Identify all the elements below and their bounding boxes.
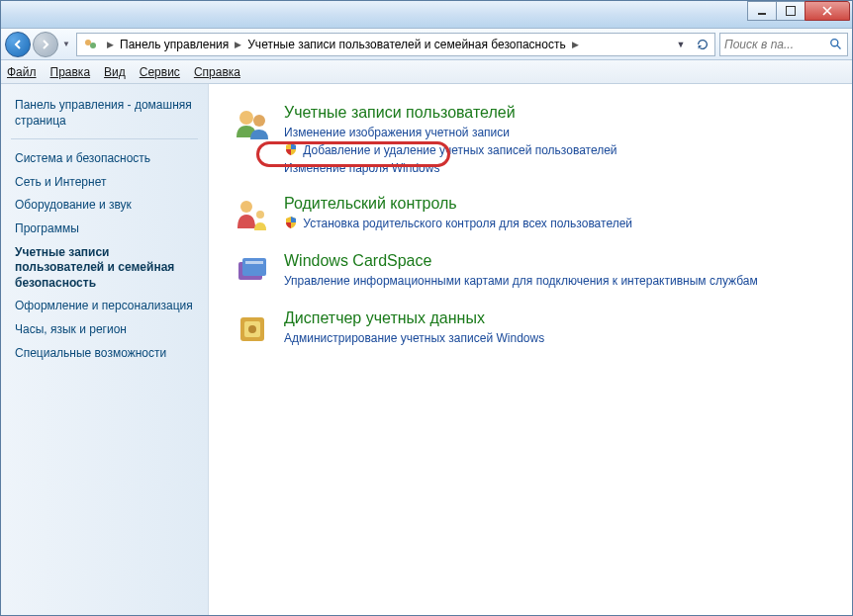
chevron-right-icon: ▶ (568, 40, 583, 49)
sidebar-link-network[interactable]: Сеть и Интернет (15, 171, 198, 195)
navbar: ▼ ▶ Панель управления ▶ Учетные записи п… (1, 29, 852, 60)
content: Панель управления - домашняя страница Си… (1, 84, 852, 615)
arrow-right-icon (40, 39, 51, 50)
cardspace-icon (233, 252, 272, 292)
address-dropdown[interactable]: ▼ (671, 35, 691, 54)
svg-point-4 (253, 115, 265, 127)
category-parental: Родительский контроль Установка родитель… (233, 195, 828, 234)
shield-icon (284, 142, 298, 156)
sidebar-link-users[interactable]: Учетные записи пользователей и семейная … (15, 241, 198, 296)
sidebar-link-system[interactable]: Система и безопасность (15, 147, 198, 171)
svg-point-6 (256, 211, 264, 219)
menu-help[interactable]: Справка (194, 65, 240, 79)
svg-rect-9 (245, 261, 263, 264)
menu-file[interactable]: Файл (7, 65, 37, 79)
divider (11, 138, 198, 139)
maximize-button[interactable] (776, 1, 806, 21)
category-title[interactable]: Диспетчер учетных данных (284, 309, 828, 327)
svg-rect-8 (242, 258, 266, 276)
close-button[interactable] (805, 1, 850, 21)
refresh-button[interactable] (693, 35, 712, 54)
arrow-left-icon (12, 39, 24, 50)
category-cardspace: Windows CardSpace Управление информацион… (233, 252, 828, 292)
sidebar-home-link[interactable]: Панель управления - домашняя страница (15, 98, 198, 129)
svg-point-2 (831, 39, 838, 45)
chevron-right-icon: ▶ (231, 40, 245, 49)
link-add-remove-accounts[interactable]: Добавление и удаление учетных записей по… (303, 141, 616, 159)
main-panel: Учетные записи пользователей Изменение и… (209, 84, 852, 615)
menu-tools[interactable]: Сервис (140, 65, 180, 79)
titlebar (1, 1, 852, 29)
svg-point-12 (248, 325, 256, 333)
svg-point-5 (240, 201, 252, 213)
refresh-icon (696, 38, 710, 51)
window-controls (748, 1, 850, 21)
menubar: Файл Правка Вид Сервис Справка (1, 60, 852, 84)
category-user-accounts: Учетные записи пользователей Изменение и… (233, 104, 828, 177)
user-accounts-icon (233, 104, 272, 143)
svg-point-1 (90, 43, 96, 48)
close-icon (822, 6, 832, 16)
search-icon (829, 37, 843, 52)
link-change-picture[interactable]: Изменение изображения учетной записи (284, 124, 510, 141)
location-icon (83, 37, 99, 52)
sidebar: Панель управления - домашняя страница Си… (1, 84, 209, 615)
sidebar-link-clock[interactable]: Часы, язык и регион (15, 318, 198, 342)
address-bar[interactable]: ▶ Панель управления ▶ Учетные записи пол… (76, 33, 715, 56)
minimize-button[interactable] (747, 1, 777, 21)
search-input[interactable] (724, 38, 829, 51)
breadcrumb-item[interactable]: Панель управления (118, 38, 231, 51)
svg-point-3 (239, 111, 253, 125)
category-title[interactable]: Учетные записи пользователей (284, 104, 828, 122)
back-button[interactable] (5, 32, 31, 57)
category-title[interactable]: Родительский контроль (284, 195, 828, 213)
sidebar-link-hardware[interactable]: Оборудование и звук (15, 194, 198, 218)
link-parental-setup[interactable]: Установка родительского контроля для все… (303, 215, 632, 232)
search-box[interactable] (719, 33, 848, 56)
menu-view[interactable]: Вид (104, 65, 126, 79)
link-change-password[interactable]: Изменение пароля Windows (284, 159, 439, 177)
category-title[interactable]: Windows CardSpace (284, 252, 828, 270)
parental-icon (233, 195, 272, 234)
nav-arrows: ▼ (5, 32, 72, 57)
sidebar-link-programs[interactable]: Программы (15, 218, 198, 241)
menu-edit[interactable]: Правка (50, 65, 91, 79)
credentials-icon (233, 309, 272, 349)
sidebar-link-access[interactable]: Специальные возможности (15, 342, 198, 366)
window: ▼ ▶ Панель управления ▶ Учетные записи п… (0, 0, 853, 616)
link-cardspace-manage[interactable]: Управление информационными картами для п… (284, 272, 758, 290)
history-dropdown[interactable]: ▼ (60, 40, 72, 48)
shield-icon (284, 216, 298, 229)
link-credentials-admin[interactable]: Администрирование учетных записей Window… (284, 329, 544, 347)
chevron-right-icon: ▶ (103, 40, 118, 49)
breadcrumb-item[interactable]: Учетные записи пользователей и семейная … (245, 38, 567, 51)
svg-point-0 (85, 40, 91, 45)
forward-button[interactable] (33, 32, 58, 57)
category-credentials: Диспетчер учетных данных Администрирован… (233, 309, 828, 349)
sidebar-link-appearance[interactable]: Оформление и персонализация (15, 295, 198, 318)
